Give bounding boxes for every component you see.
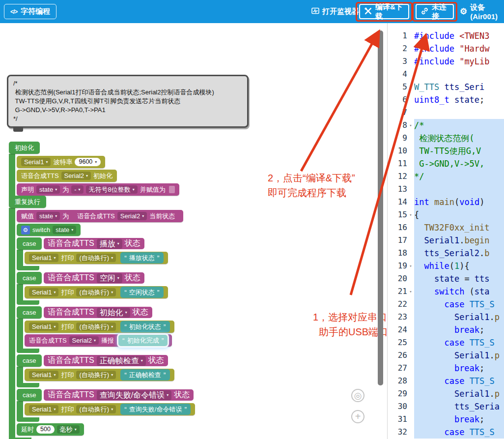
code-token: tts_Seri [444, 82, 484, 92]
code-editor[interactable]: 1#include <TWEN32#include "Hardw3#includ… [387, 23, 504, 439]
fold-marker-icon[interactable]: ▾ [407, 119, 414, 132]
dropdown-field[interactable]: (自动换行)▾ [76, 322, 116, 331]
dropdown-field[interactable]: state▾ [53, 226, 76, 234]
dropdown-field[interactable]: state▾ [36, 212, 60, 220]
mode-tab-char-programming[interactable]: </> 字符编程 [4, 4, 56, 19]
c-shaped-block[interactable]: case语音合成TTS查询失败/命令错误▾状态Serial1▾打印(自动换行)▾… [17, 389, 195, 422]
text-field[interactable]: 500 [36, 425, 55, 434]
chevron-down-icon: ▾ [142, 214, 144, 218]
code-token [414, 363, 454, 373]
dropdown-field[interactable]: 空闲▾ [97, 273, 122, 283]
device-button[interactable]: ⚙设备(Air001) [456, 4, 504, 19]
fold-marker-icon[interactable]: ▾ [407, 260, 414, 272]
block-row[interactable]: Serial1▾打印(自动换行)▾“查询失败/命令错误” [25, 403, 195, 415]
block-row[interactable]: Serial1▾打印(自动换行)▾“初始化状态” [25, 321, 174, 333]
block-row[interactable]: Serial1▾打印(自动换行)▾“播放状态” [25, 252, 168, 264]
code-token: /* [414, 120, 424, 130]
dropdown-value: 正确帧检查 [100, 357, 139, 365]
open-quote-icon: “ [124, 371, 127, 379]
comment-block[interactable]: /* 检测状态范例(Serial1打印语音合成当前状态;Serial2控制语音合… [7, 75, 249, 128]
dropdown-field[interactable]: (自动换行)▾ [76, 288, 116, 296]
block-header-label[interactable]: case [17, 306, 42, 319]
dropdown-field[interactable]: Serial1▾ [29, 371, 58, 379]
block-row[interactable]: ⚙switchstate▾ [17, 224, 81, 236]
string-block[interactable]: “空闲状态” [120, 287, 163, 298]
dropdown-field[interactable]: (自动换行)▾ [76, 405, 116, 413]
dropdown-field[interactable]: 毫秒▾ [57, 425, 80, 434]
dropdown-field[interactable]: 播放▾ [97, 239, 122, 249]
case-condition-block[interactable]: 语音合成TTS查询失败/命令错误▾状态 [44, 389, 194, 401]
block-label: 状态 [148, 355, 164, 366]
init-block[interactable]: 初始化Serial1▾波特率9600▾语音合成TTSSerial2▾初始化声明s… [9, 142, 179, 202]
case-condition-block[interactable]: 语音合成TTS正确帧检查▾状态 [44, 355, 168, 366]
recenter-button[interactable]: ◎ [351, 389, 364, 402]
dropdown-field[interactable]: Serial2▾ [69, 336, 99, 345]
string-block[interactable]: “查询失败/命令错误” [120, 404, 191, 415]
dropdown-field[interactable]: 查询失败/命令错误▾ [97, 390, 171, 400]
string-block[interactable]: “播放状态” [120, 252, 163, 263]
c-shaped-block[interactable]: case语音合成TTS初始化▾状态Serial1▾打印(自动换行)▾“初始化状态… [17, 306, 174, 353]
code-token: ) [479, 197, 484, 207]
fold-marker-icon[interactable]: ▾ [407, 285, 414, 298]
dropdown-field[interactable]: Serial1▾ [29, 254, 58, 262]
dropdown-field[interactable]: Serial1▾ [29, 405, 58, 413]
fold-marker-icon[interactable]: ▾ [407, 208, 414, 221]
dropdown-field[interactable]: Serial2▾ [117, 212, 147, 220]
c-shaped-block[interactable]: case语音合成TTS播放▾状态Serial1▾打印(自动换行)▾“播放状态” [17, 237, 168, 270]
block-header-label[interactable]: 重复执行 [9, 196, 46, 208]
workspace-scrollbar[interactable] [378, 30, 383, 385]
block-label: 为 [62, 212, 69, 221]
code-icon: </> [10, 8, 17, 15]
block-header-label[interactable]: 初始化 [9, 142, 40, 154]
block-row[interactable]: 赋值state▾为语音合成TTSSerial2▾当前状态 [17, 210, 183, 222]
empty-value-socket[interactable] [169, 186, 175, 193]
dropdown-field[interactable]: 无符号8位整数▾ [86, 185, 138, 194]
block-header-label[interactable]: case [17, 237, 42, 250]
block-row[interactable]: Serial1▾打印(自动换行)▾“空闲状态” [25, 286, 168, 298]
dropdown-field[interactable]: Serial1▾ [29, 322, 58, 331]
string-block[interactable]: “正确帧检查” [120, 369, 169, 380]
dropdown-field[interactable]: 初始化▾ [97, 308, 130, 318]
string-value: 正确帧检查 [129, 371, 161, 380]
line-number-gutter: 3 [388, 55, 414, 68]
dropdown-field[interactable]: (自动换行)▾ [76, 254, 116, 262]
block-row[interactable]: 声明state▾为-▾无符号8位整数▾并赋值为 [17, 183, 179, 196]
annotation-note-2-line2: 即可完成程序下载 [268, 185, 355, 200]
dropdown-field[interactable]: -▾ [71, 185, 83, 194]
dropdown-field[interactable]: state▾ [36, 185, 60, 194]
string-block[interactable]: “初始化状态” [120, 321, 169, 332]
dropdown-field[interactable]: (自动换行)▾ [76, 371, 116, 379]
mutator-gear-icon[interactable]: ⚙ [21, 226, 30, 234]
block-row[interactable]: 语音合成TTSSerial2▾初始化 [17, 170, 117, 182]
block-row[interactable]: Serial1▾波特率9600▾ [17, 156, 105, 168]
string-block[interactable]: “初始化完成” [118, 335, 168, 346]
c-shaped-block[interactable]: case语音合成TTS正确帧检查▾状态Serial1▾打印(自动换行)▾“正确帧… [17, 354, 174, 387]
code-token [464, 299, 469, 309]
block-row[interactable]: Serial1▾打印(自动换行)▾“正确帧检查” [25, 369, 174, 381]
dropdown-field[interactable]: Serial1▾ [21, 158, 51, 166]
value-block[interactable]: 语音合成TTSSerial2▾当前状态 [73, 210, 179, 222]
block-header-label[interactable]: case [17, 272, 42, 284]
zoom-in-button[interactable]: + [351, 410, 364, 423]
dropdown-field[interactable]: 正确帧检查▾ [97, 356, 146, 366]
block-row[interactable]: 语音合成TTSSerial2▾播报“初始化完成” [25, 334, 172, 347]
case-condition-block[interactable]: 语音合成TTS空闲▾状态 [44, 272, 144, 284]
block-header-label[interactable]: case [17, 354, 42, 367]
block-label: 赋值 [21, 212, 34, 221]
case-condition-block[interactable]: 语音合成TTS播放▾状态 [44, 238, 144, 249]
block-header-label[interactable]: case [17, 389, 42, 401]
repeat-block[interactable]: 重复执行赋值state▾为语音合成TTSSerial2▾当前状态⚙switchs… [9, 196, 195, 439]
open-monitor-button[interactable]: 打开监视器 [308, 4, 363, 19]
app-root: </> 字符编程 打开监视器编译&下载未连接⚙设备(Air001) /* 检测状… [0, 0, 504, 439]
dropdown-field[interactable]: Serial1▾ [29, 288, 58, 296]
block-row[interactable]: 延时500毫秒▾ [17, 423, 84, 436]
case-condition-block[interactable]: 语音合成TTS初始化▾状态 [44, 307, 152, 318]
c-shaped-block[interactable]: case语音合成TTS空闲▾状态Serial1▾打印(自动换行)▾“空闲状态” [17, 272, 168, 305]
code-token: int [414, 197, 429, 207]
blockly-workspace[interactable]: /* 检测状态范例(Serial1打印语音合成当前状态;Serial2控制语音合… [0, 23, 387, 439]
text-field[interactable]: 9600▾ [75, 158, 101, 166]
code-token [414, 376, 444, 386]
code-token: TW32F0xx_init [424, 223, 489, 233]
dropdown-field[interactable]: Serial2▾ [61, 172, 91, 180]
block-body: Serial1▾打印(自动换行)▾“初始化状态”语音合成TTSSerial2▾播… [17, 319, 174, 349]
